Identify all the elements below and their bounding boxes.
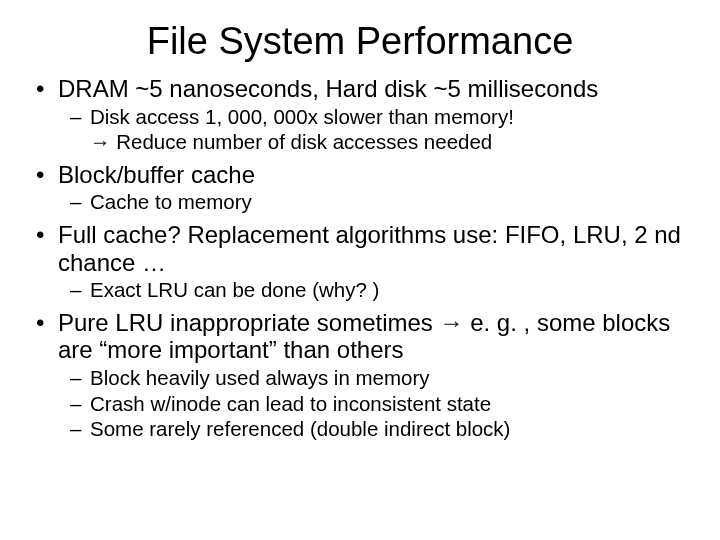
sub-text: → Reduce number of disk accesses needed (90, 130, 492, 153)
sub-bullet: Block heavily used always in memory (90, 366, 690, 391)
sub-bullet: Disk access 1, 000, 000x slower than mem… (90, 105, 690, 130)
sub-bullet: Some rarely referenced (double indirect … (90, 417, 690, 442)
sub-text: Disk access 1, 000, 000x slower than mem… (90, 105, 514, 128)
sub-bullet: Cache to memory (90, 190, 690, 215)
sub-bullet: Crash w/inode can lead to inconsistent s… (90, 392, 690, 417)
sub-text: Cache to memory (90, 190, 252, 213)
sub-list: Exact LRU can be done (why? ) (58, 278, 690, 303)
sub-list: Cache to memory (58, 190, 690, 215)
sub-list: Disk access 1, 000, 000x slower than mem… (58, 105, 690, 155)
sub-text: Block heavily used always in memory (90, 366, 430, 389)
bullet-text: DRAM ~5 nanoseconds, Hard disk ~5 millis… (58, 75, 598, 102)
bullet-text: Full cache? Replacement algorithms use: … (58, 221, 681, 276)
sub-text: Exact LRU can be done (why? ) (90, 278, 379, 301)
bullet-list: DRAM ~5 nanoseconds, Hard disk ~5 millis… (30, 75, 690, 442)
bullet-dram: DRAM ~5 nanoseconds, Hard disk ~5 millis… (58, 75, 690, 155)
bullet-pure-lru: Pure LRU inappropriate sometimes → e. g.… (58, 309, 690, 442)
sub-list: Block heavily used always in memory Cras… (58, 366, 690, 442)
sub-bullet: Exact LRU can be done (why? ) (90, 278, 690, 303)
bullet-full-cache: Full cache? Replacement algorithms use: … (58, 221, 690, 303)
sub-bullet-arrow: → Reduce number of disk accesses needed (90, 130, 690, 155)
bullet-text: Block/buffer cache (58, 161, 255, 188)
slide-title: File System Performance (30, 20, 690, 63)
sub-text: Crash w/inode can lead to inconsistent s… (90, 392, 491, 415)
bullet-block-cache: Block/buffer cache Cache to memory (58, 161, 690, 215)
sub-text: Some rarely referenced (double indirect … (90, 417, 510, 440)
bullet-text: Pure LRU inappropriate sometimes → e. g.… (58, 309, 670, 364)
slide: File System Performance DRAM ~5 nanoseco… (0, 0, 720, 468)
